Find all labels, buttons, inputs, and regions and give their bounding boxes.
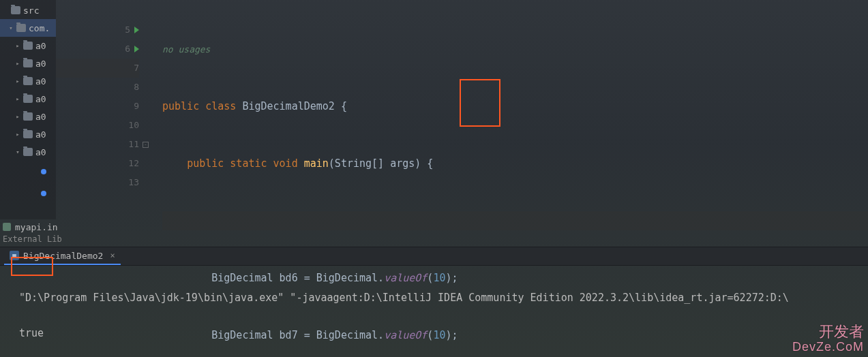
gutter-line[interactable]: 8	[56, 78, 139, 97]
folder-icon	[23, 112, 33, 121]
code-editor[interactable]: 5 6 7 8 9 10 11- 12 13 no usages public …	[56, 0, 868, 219]
console-line: true	[19, 324, 868, 342]
gutter-line[interactable]: 12	[56, 154, 139, 173]
run-config-icon: ▦	[10, 251, 19, 260]
run-icon[interactable]	[134, 46, 139, 52]
tree-item-myapi[interactable]: myapi.in	[0, 219, 868, 234]
tree-label: a0	[35, 147, 46, 157]
chevron-right-icon: ▸	[14, 113, 22, 120]
gutter-line[interactable]: 13	[56, 173, 139, 192]
tree-item[interactable]: ▾ a0	[0, 143, 56, 161]
tree-label: a0	[35, 41, 46, 51]
chevron-right-icon: ▸	[14, 131, 22, 138]
code-area[interactable]: no usages public class BigDecimalDemo2 {…	[145, 0, 868, 219]
file-icon	[3, 223, 11, 231]
tree-label: myapi.in	[15, 222, 58, 232]
gutter-line[interactable]: 10	[56, 116, 139, 135]
folder-icon	[23, 148, 33, 156]
tree-label: a0	[35, 129, 46, 140]
gutter-line[interactable]: 11-	[56, 135, 139, 154]
folder-icon	[23, 95, 33, 103]
project-tree[interactable]: src ▾ com. ▸ a0 ▸ a0 ▸ a0 ▸ a0 ▸	[0, 0, 56, 219]
tree-label: com.	[29, 23, 50, 33]
gutter-line[interactable]: 9	[56, 97, 139, 116]
console-line: "D:\Program Files\Java\jdk-19\bin\java.e…	[19, 289, 868, 307]
class-icon	[41, 169, 46, 174]
folder-icon	[11, 6, 20, 14]
tree-label: a0	[35, 59, 46, 69]
tree-item-src[interactable]: src	[0, 1, 56, 19]
tree-item[interactable]: ▸ a0	[0, 55, 56, 72]
gutter-line[interactable]: 6	[56, 40, 139, 59]
chevron-right-icon: ▸	[14, 95, 22, 102]
chevron-right-icon: ▸	[14, 78, 22, 84]
gutter-line[interactable]: 7	[56, 59, 139, 78]
console-output[interactable]: "D:\Program Files\Java\jdk-19\bin\java.e…	[0, 266, 868, 357]
tree-item[interactable]: ▸ a0	[0, 125, 56, 143]
run-icon[interactable]	[134, 27, 139, 33]
class-icon	[41, 191, 46, 196]
gutter-line[interactable]: 5	[56, 20, 139, 40]
folder-icon	[16, 24, 26, 32]
tree-item[interactable]: ▸ a0	[0, 108, 56, 125]
gutter-empty	[56, 1, 139, 20]
folder-icon	[23, 77, 33, 85]
close-icon[interactable]: ×	[110, 251, 115, 260]
usage-hint: no usages	[162, 44, 210, 55]
tree-label: src	[23, 5, 39, 16]
tree-label: a0	[35, 112, 46, 122]
folder-icon	[23, 130, 33, 138]
tree-item[interactable]: ▸ a0	[0, 72, 56, 90]
watermark: 开发者 DevZe.CoM	[792, 324, 864, 354]
tree-label: a0	[35, 76, 46, 87]
tree-item-com[interactable]: ▾ com.	[0, 19, 56, 37]
tree-label: a0	[35, 94, 46, 104]
chevron-right-icon: ▸	[14, 42, 22, 49]
tree-item[interactable]: ▸ a0	[0, 37, 56, 55]
tree-item-external[interactable]: External Lib	[0, 234, 868, 247]
run-tab[interactable]: ▦ BigDecimalDemo2 ×	[4, 247, 121, 265]
run-tab-label: BigDecimalDemo2	[23, 251, 103, 261]
gutter: 5 6 7 8 9 10 11- 12 13	[56, 0, 145, 219]
chevron-right-icon: ▸	[14, 60, 22, 67]
folder-icon	[23, 42, 33, 50]
tree-item[interactable]: ▸ a0	[0, 90, 56, 108]
run-tab-bar: ▦ BigDecimalDemo2 ×	[0, 247, 868, 266]
chevron-down-icon: ▾	[14, 149, 22, 155]
folder-icon	[23, 59, 33, 67]
chevron-down-icon: ▾	[7, 25, 15, 31]
